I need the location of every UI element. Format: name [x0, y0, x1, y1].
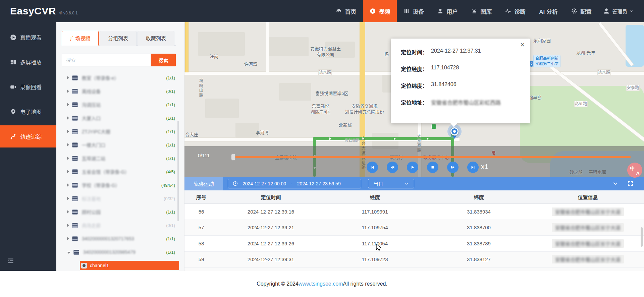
map-label: 富强悦湖熙岸b区: [315, 91, 348, 97]
play-button[interactable]: [407, 162, 418, 173]
panel-scrollbar[interactable]: [177, 121, 179, 221]
channel-count: (1/1): [166, 250, 175, 255]
nav-item-config[interactable]: 配置: [565, 0, 598, 22]
chevron-right-icon[interactable]: [67, 116, 69, 120]
chevron-right-icon[interactable]: [67, 197, 69, 200]
device-name: 瓦埠湖二站: [82, 155, 164, 162]
device-tabs: 广场视频分组列表收藏列表: [62, 31, 176, 46]
map-label: 李河湾: [256, 130, 269, 136]
chevron-right-icon[interactable]: [67, 183, 69, 187]
table-row[interactable]: 582024-12-27 12:39:26117.11005431.838789…: [184, 236, 644, 252]
tree-item[interactable]: 一楼大门口(1/1): [56, 138, 184, 152]
col-seq: 序号: [184, 193, 218, 200]
sidebar-item-e-map[interactable]: 电子地图: [0, 101, 56, 123]
sidebar-collapse-icon[interactable]: [7, 257, 14, 265]
easycvr-app: EasyCVR ® v3.6.0.1 首页视频设备用户图库诊断AI 分析配置管理…: [0, 0, 644, 297]
tree-item[interactable]: 顾村公园(1/1): [56, 205, 184, 219]
popup-row: 定位时间：2024-12-27 12:37:31: [401, 48, 530, 65]
chevron-right-icon[interactable]: [67, 237, 69, 240]
skip-end-button[interactable]: [467, 162, 479, 173]
map-label: 安徽特力混凝土 有限公司: [310, 46, 341, 58]
tree-item[interactable]: 34020000001320717653(1/1): [56, 232, 184, 245]
device-name: 学校（带录像-G）: [82, 182, 159, 188]
rewind-button[interactable]: [387, 162, 398, 173]
fast-forward-button[interactable]: [447, 162, 459, 173]
channel-item-selected[interactable]: channel1: [80, 261, 179, 270]
fullscreen-icon[interactable]: [628, 181, 633, 186]
sidebar-item-label: 多屏播放: [20, 58, 42, 66]
tree-item[interactable]: 沟调压站(1/1): [56, 98, 184, 111]
chevron-right-icon[interactable]: [67, 90, 69, 93]
camera-location-marker[interactable]: [450, 127, 459, 135]
nav-item-home[interactable]: 首页: [329, 0, 363, 22]
popup-field-value: 安徽省合肥市蜀山区彩虹西路: [431, 98, 501, 106]
nvr-device-icon: [72, 210, 78, 215]
chevron-right-icon[interactable]: [67, 170, 69, 173]
nav-item-ai[interactable]: AI 分析: [532, 0, 565, 22]
map-label: 许河湾: [244, 62, 257, 67]
range-select-value: 当日: [374, 180, 383, 187]
track-route: [313, 137, 454, 140]
sidebar-item-playback[interactable]: 录像回看: [0, 76, 56, 98]
tree-item[interactable]: 离线设备(0/1): [56, 84, 184, 98]
tree-item[interactable]: 商场走廊(0/1): [56, 219, 184, 232]
table-row[interactable]: 572024-12-27 12:39:21117.10975431.838700…: [184, 220, 644, 236]
chevron-right-icon[interactable]: [67, 157, 69, 160]
tree-item[interactable]: 标注基地(0/32): [56, 192, 184, 205]
cell-lat: 31.838127: [426, 256, 532, 262]
table-row[interactable]: 562024-12-27 12:39:16117.10999131.838934…: [184, 204, 644, 220]
nav-item-video[interactable]: 视频: [363, 0, 397, 22]
nvr-device-icon: [73, 250, 79, 255]
sidebar-item-live-view[interactable]: 直播观看: [0, 26, 56, 48]
channel-count: (49/64): [161, 183, 175, 188]
channel-count: (1/1): [166, 236, 175, 241]
nav-item-user[interactable]: 用户: [431, 0, 465, 22]
translate-badge[interactable]: 中 A: [627, 163, 642, 178]
device-tree: 教室（带录像-e）(1/1)离线设备(0/1)沟调压站(1/1)大厦入口(1/1…: [56, 71, 184, 271]
app-logo: EasyCVR: [10, 5, 56, 17]
tree-item[interactable]: 34020000001320985479(1/1): [56, 245, 184, 259]
tab-0[interactable]: 广场视频: [62, 31, 99, 46]
chevron-right-icon[interactable]: [67, 130, 69, 133]
chevron-right-icon[interactable]: [67, 143, 69, 146]
chevron-right-icon[interactable]: [67, 76, 69, 79]
chevron-right-icon[interactable]: [67, 224, 69, 227]
tree-item[interactable]: ZTJYIPC大棚(1/1): [56, 125, 184, 138]
tab-2[interactable]: 收藏列表: [138, 31, 174, 46]
table-row[interactable]: 592024-12-27 12:39:31117.10972331.838127…: [184, 252, 644, 268]
track-progress-bar[interactable]: [233, 156, 631, 158]
channel-row: channel1: [56, 259, 184, 271]
tree-item[interactable]: 瓦埠湖二站(1/1): [56, 152, 184, 165]
tab-1[interactable]: 分组列表: [100, 31, 137, 46]
search-button[interactable]: 搜索: [151, 54, 176, 66]
sidebar-item-multi-screen[interactable]: 多屏播放: [0, 51, 56, 73]
range-select[interactable]: 当日: [368, 179, 414, 188]
tree-item[interactable]: 大厦入口(1/1): [56, 111, 184, 125]
channel-count: (0/1): [166, 223, 175, 228]
nav-item-diagnosis[interactable]: 诊断: [498, 0, 532, 22]
tree-item[interactable]: 五省会馆（带录像-G）(4/5): [56, 165, 184, 178]
tree-item[interactable]: 学校（带录像-G）(49/64): [56, 178, 184, 192]
progress-handle[interactable]: [231, 154, 235, 161]
table-scrollbar[interactable]: [641, 227, 643, 247]
nav-item-device[interactable]: 设备: [397, 0, 431, 22]
tree-item[interactable]: 教室（带录像-e）(1/1): [56, 71, 184, 84]
nav-item-gallery[interactable]: 图库: [465, 0, 498, 22]
copyright-suffix: All rights reserved.: [343, 281, 387, 287]
sidebar-item-track-trace[interactable]: 轨迹追踪: [0, 125, 56, 147]
chevron-down-icon[interactable]: [67, 252, 70, 254]
stop-button[interactable]: [427, 162, 438, 173]
chevron-right-icon[interactable]: [67, 103, 69, 106]
chevron-right-icon[interactable]: [67, 210, 69, 214]
device-panel: 广场视频分组列表收藏列表 搜索 教室（带录像-e）(1/1)离线设备(0/1)沟…: [56, 22, 184, 271]
user-menu[interactable]: 管理员: [598, 0, 641, 22]
search-input[interactable]: [62, 54, 151, 66]
popup-close-icon[interactable]: ×: [520, 41, 525, 49]
collapse-table-icon[interactable]: [612, 181, 618, 186]
skip-start-button[interactable]: [367, 162, 378, 173]
popup-field-label: 定位纬度：: [401, 81, 428, 90]
tsingsee-link[interactable]: www.tsingsee.com: [299, 281, 343, 287]
channel-count: (1/1): [166, 129, 175, 134]
nvr-device-icon: [72, 196, 78, 201]
time-range-picker[interactable]: 2024-12-27 12:00:00 - 2024-12-27 23:59:5…: [228, 179, 361, 188]
